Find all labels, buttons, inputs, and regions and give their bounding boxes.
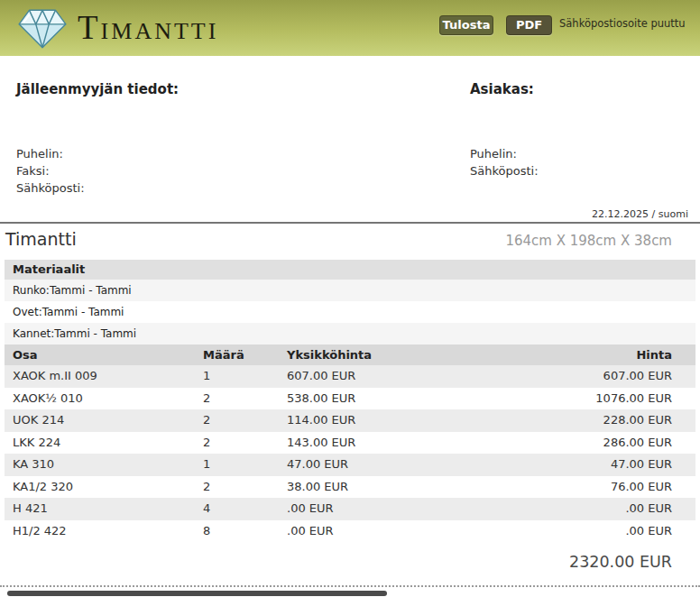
email-missing-notice: Sähköpostiosoite puuttu — [559, 17, 686, 30]
col-header-hinta: Hinta — [494, 344, 695, 365]
part-unit-price: 114.00 EUR — [287, 409, 494, 432]
part-name: H1/2 422 — [5, 520, 203, 543]
parts-table: Osa Määrä Yksikköhinta Hinta XAOK m.II 0… — [5, 344, 695, 542]
product-dimensions: 164cm X 198cm X 38cm — [505, 233, 672, 249]
part-price: 286.00 EUR — [494, 432, 695, 455]
reseller-contact-labels: Puhelin: Faksi: Sähköposti: — [16, 145, 85, 197]
diamond-icon — [16, 6, 69, 50]
part-name: KA1/2 320 — [5, 476, 203, 499]
reseller-fax-label: Faksi: — [16, 162, 85, 179]
table-row: XAOK½ 010 2 538.00 EUR 1076.00 EUR — [5, 388, 695, 410]
part-name: XAOK½ 010 — [5, 388, 203, 410]
part-price: 1076.00 EUR — [494, 388, 695, 410]
part-unit-price: 607.00 EUR — [287, 365, 494, 388]
part-qty: 4 — [203, 498, 287, 520]
part-name: UOK 214 — [5, 409, 203, 432]
customer-phone-label: Puhelin: — [470, 145, 539, 162]
material-row: Runko:Tammi - Tammi — [5, 280, 695, 301]
part-unit-price: 38.00 EUR — [287, 476, 494, 499]
part-qty: 2 — [203, 476, 287, 499]
col-header-maara: Määrä — [203, 344, 287, 365]
part-qty: 2 — [203, 388, 287, 410]
reseller-heading: Jälleenmyyjän tiedot: — [16, 81, 179, 97]
total-price: 2320.00 EUR — [0, 553, 700, 571]
material-row: Kannet:Tammi - Tammi — [5, 323, 695, 344]
pdf-button[interactable]: PDF — [506, 15, 552, 35]
part-price: 228.00 EUR — [494, 409, 695, 432]
table-row: LKK 224 2 143.00 EUR 286.00 EUR — [5, 432, 695, 455]
part-qty: 1 — [203, 365, 287, 388]
materials-list: Runko:Tammi - Tammi Ovet:Tammi - Tammi K… — [0, 280, 700, 344]
col-header-osa: Osa — [5, 344, 203, 365]
part-unit-price: 47.00 EUR — [287, 454, 494, 476]
part-qty: 8 — [203, 520, 287, 543]
quote-page: Timantti Tulosta PDF Sähköpostiosoite pu… — [0, 0, 700, 597]
header-bar: Timantti Tulosta PDF Sähköpostiosoite pu… — [0, 0, 700, 56]
part-qty: 2 — [203, 432, 287, 455]
table-row: H1/2 422 8 .00 EUR .00 EUR — [5, 520, 695, 543]
materials-heading: Materiaalit — [5, 260, 695, 280]
section-divider — [0, 222, 700, 224]
part-qty: 1 — [203, 454, 287, 476]
part-unit-price: 538.00 EUR — [287, 388, 494, 410]
parts-table-body: XAOK m.II 009 1 607.00 EUR 607.00 EUR XA… — [5, 365, 695, 542]
date-locale: 22.12.2025 / suomi — [592, 208, 688, 220]
print-button[interactable]: Tulosta — [439, 15, 493, 35]
table-row: XAOK m.II 009 1 607.00 EUR 607.00 EUR — [5, 365, 695, 388]
logo[interactable]: Timantti — [16, 5, 218, 51]
part-price: 47.00 EUR — [494, 454, 695, 476]
material-row: Ovet:Tammi - Tammi — [5, 301, 695, 323]
part-price: 607.00 EUR — [494, 365, 695, 388]
table-row: H 421 4 .00 EUR .00 EUR — [5, 498, 695, 520]
horizontal-scrollbar-thumb[interactable] — [7, 591, 387, 596]
part-unit-price: .00 EUR — [287, 498, 494, 520]
table-row: KA1/2 320 2 38.00 EUR 76.00 EUR — [5, 476, 695, 499]
table-row: UOK 214 2 114.00 EUR 228.00 EUR — [5, 409, 695, 432]
part-unit-price: 143.00 EUR — [287, 432, 494, 455]
part-name: H 421 — [5, 498, 203, 520]
part-price: 76.00 EUR — [494, 476, 695, 499]
part-name: LKK 224 — [5, 432, 203, 455]
bottom-dotted-divider — [0, 585, 700, 587]
reseller-email-label: Sähköposti: — [16, 179, 85, 197]
logo-text: Timantti — [78, 5, 218, 51]
product-title-row: Timantti 164cm X 198cm X 38cm — [0, 229, 700, 253]
part-price: .00 EUR — [494, 498, 695, 520]
customer-contact-labels: Puhelin: Sähköposti: — [470, 145, 539, 179]
customer-heading: Asiakas: — [470, 81, 534, 97]
parts-table-header: Osa Määrä Yksikköhinta Hinta — [5, 344, 695, 365]
product-name: Timantti — [5, 229, 77, 249]
customer-email-label: Sähköposti: — [470, 162, 539, 179]
col-header-yksikkohinta: Yksikköhinta — [287, 344, 494, 365]
part-name: KA 310 — [5, 454, 203, 476]
reseller-phone-label: Puhelin: — [16, 145, 85, 162]
part-name: XAOK m.II 009 — [5, 365, 203, 388]
part-qty: 2 — [203, 409, 287, 432]
product-section: Timantti 164cm X 198cm X 38cm Materiaali… — [0, 229, 700, 571]
part-price: .00 EUR — [494, 520, 695, 543]
table-row: KA 310 1 47.00 EUR 47.00 EUR — [5, 454, 695, 476]
part-unit-price: .00 EUR — [287, 520, 494, 543]
